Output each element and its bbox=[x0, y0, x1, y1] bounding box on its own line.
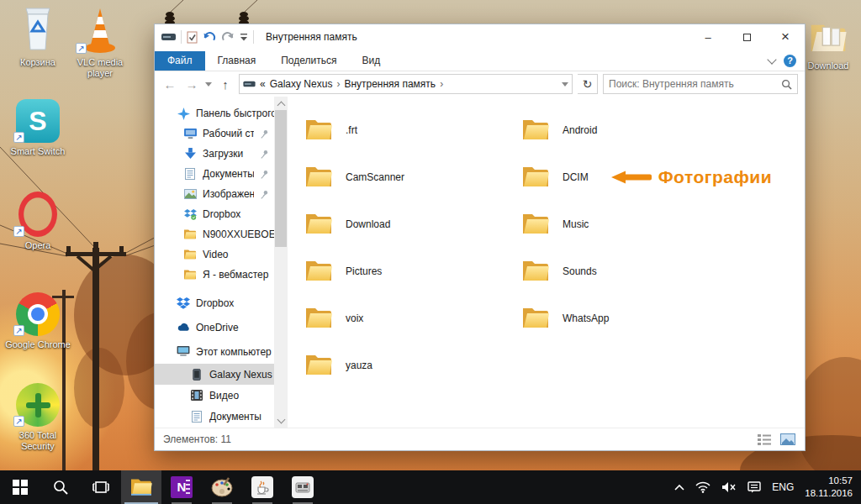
taskbar: N bbox=[0, 470, 861, 504]
sidebar-item-desktop[interactable]: Рабочий сто. bbox=[155, 123, 274, 144]
folder-item[interactable]: Sounds bbox=[521, 248, 738, 295]
folder-item[interactable]: Music bbox=[521, 201, 738, 248]
desktop-icon-chrome[interactable]: ↗ Google Chrome bbox=[5, 287, 71, 350]
sidebar-item-webmaster-folder[interactable]: Я - вебмастер bbox=[155, 265, 274, 285]
sidebar-item-n900-folder[interactable]: N900XXUEBOE3_ bbox=[155, 224, 274, 244]
sidebar-item-quick-access[interactable]: Панель быстрого bbox=[155, 103, 274, 123]
taskbar-java-button[interactable] bbox=[242, 470, 283, 504]
sidebar-item-downloads[interactable]: Загрузки bbox=[155, 144, 274, 164]
device-icon bbox=[243, 80, 256, 88]
refresh-button[interactable]: ↻ bbox=[578, 74, 598, 94]
clock-time: 10:57 bbox=[805, 475, 853, 487]
sidebar-item-galaxy-nexus[interactable]: Galaxy Nexus bbox=[155, 364, 274, 385]
tab-view[interactable]: Вид bbox=[349, 51, 393, 71]
sidebar-item-dropbox[interactable]: Dropbox bbox=[155, 291, 274, 315]
folder-item[interactable]: Android bbox=[521, 107, 738, 154]
sidebar-item-this-pc[interactable]: Этот компьютер bbox=[155, 339, 274, 364]
scroll-up-icon[interactable] bbox=[274, 97, 288, 110]
sidebar-item-documents2[interactable]: Документы bbox=[155, 406, 274, 427]
scrollbar-thumb[interactable] bbox=[275, 110, 287, 247]
close-button[interactable]: × bbox=[766, 24, 805, 50]
divider bbox=[253, 30, 254, 44]
redo-icon[interactable] bbox=[221, 31, 235, 44]
dropbox-icon bbox=[183, 207, 197, 221]
address-bar[interactable]: « Galaxy Nexus › Внутренняя память › bbox=[239, 74, 573, 94]
search-icon bbox=[781, 79, 792, 90]
sidebar-item-documents[interactable]: Документы bbox=[155, 164, 274, 184]
recent-locations-dropdown-icon[interactable] bbox=[205, 82, 212, 90]
folder-icon bbox=[521, 306, 550, 331]
clock[interactable]: 10:57 18.11.2016 bbox=[805, 475, 853, 500]
address-dropdown-icon[interactable] bbox=[562, 82, 568, 90]
taskbar-onenote-button[interactable]: N bbox=[161, 470, 202, 504]
customize-toolbar-icon[interactable] bbox=[240, 34, 248, 41]
sidebar-item-pictures[interactable]: Изображени bbox=[155, 184, 274, 204]
large-icons-view-button[interactable] bbox=[779, 433, 796, 446]
folder-item[interactable]: voix bbox=[304, 295, 521, 342]
downloads-icon bbox=[183, 147, 197, 160]
desktop-icon-label: VLC media player bbox=[67, 57, 133, 79]
wifi-icon[interactable] bbox=[695, 481, 710, 493]
volume-muted-icon[interactable] bbox=[721, 481, 737, 493]
details-view-button[interactable] bbox=[756, 433, 773, 446]
desktop-icon-label: Корзина bbox=[5, 57, 71, 68]
tray-expand-chevron-icon[interactable] bbox=[674, 484, 684, 491]
breadcrumb-item[interactable]: Galaxy Nexus bbox=[270, 78, 333, 90]
desktop-icon-recycle-bin[interactable]: Корзина bbox=[5, 5, 71, 68]
action-center-icon[interactable] bbox=[747, 481, 761, 493]
folder-icon bbox=[183, 268, 197, 281]
task-view-button[interactable] bbox=[81, 470, 121, 504]
maximize-button[interactable] bbox=[727, 24, 766, 50]
undo-icon[interactable] bbox=[203, 31, 216, 44]
folder-item[interactable]: CamScanner bbox=[304, 154, 521, 201]
taskbar-paint-button[interactable] bbox=[202, 470, 242, 504]
navigation-bar: ← → ↑ « Galaxy Nexus › Внутренняя память… bbox=[155, 71, 805, 97]
scroll-down-icon[interactable] bbox=[274, 414, 288, 428]
collapse-ribbon-icon[interactable] bbox=[767, 55, 776, 64]
tab-share[interactable]: Поделиться bbox=[268, 51, 349, 71]
taskbar-app-button[interactable] bbox=[283, 470, 323, 504]
start-button[interactable] bbox=[0, 470, 40, 504]
folder-item[interactable]: .frt bbox=[304, 107, 521, 154]
tab-home[interactable]: Главная bbox=[205, 51, 269, 71]
desktop-icon-smart-switch[interactable]: S ↗ Smart Switch bbox=[5, 94, 71, 157]
back-button[interactable]: ← bbox=[161, 77, 178, 92]
minimize-button[interactable]: – bbox=[689, 24, 727, 50]
breadcrumb-separator: › bbox=[440, 78, 443, 90]
taskbar-search-button[interactable] bbox=[40, 470, 81, 504]
desktop-icon-vlc[interactable]: ↗ VLC media player bbox=[67, 5, 133, 79]
desktop-icon bbox=[183, 127, 197, 140]
desktop-icon-360-total-security[interactable]: ↗ 360 Total Security bbox=[5, 378, 71, 452]
folder-item-dcim[interactable]: DCIM Фотографии bbox=[521, 154, 738, 201]
desktop-icon-label: Opera bbox=[5, 240, 71, 251]
properties-icon[interactable] bbox=[187, 31, 198, 44]
sidebar-item-video-folder[interactable]: Video bbox=[155, 244, 274, 265]
folder-item[interactable]: Pictures bbox=[304, 248, 521, 295]
up-button[interactable]: ↑ bbox=[217, 77, 234, 92]
paint-palette-icon bbox=[211, 477, 233, 497]
taskbar-file-explorer-button[interactable] bbox=[121, 470, 161, 504]
sidebar-item-dropbox-folder[interactable]: Dropbox bbox=[155, 204, 274, 224]
dropbox-logo-icon bbox=[177, 297, 190, 310]
annotation-left-arrow-icon bbox=[611, 170, 652, 185]
folder-item[interactable]: Download bbox=[304, 201, 521, 248]
pin-icon bbox=[260, 190, 269, 199]
tab-file[interactable]: Файл bbox=[155, 51, 205, 71]
search-input[interactable]: Поиск: Внутренняя память bbox=[603, 74, 798, 94]
system-menu-icon[interactable] bbox=[161, 32, 176, 42]
language-indicator[interactable]: ENG bbox=[772, 481, 794, 493]
desktop-icon-opera[interactable]: ↗ Opera bbox=[5, 188, 71, 251]
sidebar-item-videos[interactable]: Видео bbox=[155, 385, 274, 406]
sidebar-scrollbar[interactable] bbox=[274, 97, 288, 428]
forward-button[interactable]: → bbox=[183, 77, 200, 92]
folder-icon bbox=[521, 212, 550, 237]
breadcrumb-item[interactable]: Внутренняя память bbox=[344, 78, 436, 90]
sidebar-item-onedrive[interactable]: OneDrive bbox=[155, 315, 274, 339]
java-cup-icon bbox=[251, 476, 273, 498]
breadcrumb-overflow[interactable]: « bbox=[260, 78, 266, 90]
folder-item[interactable]: yauza bbox=[304, 342, 521, 389]
onedrive-cloud-icon bbox=[177, 321, 190, 334]
divider bbox=[181, 30, 182, 44]
help-icon[interactable]: ? bbox=[784, 55, 796, 67]
folder-item[interactable]: WhatsApp bbox=[521, 295, 738, 342]
